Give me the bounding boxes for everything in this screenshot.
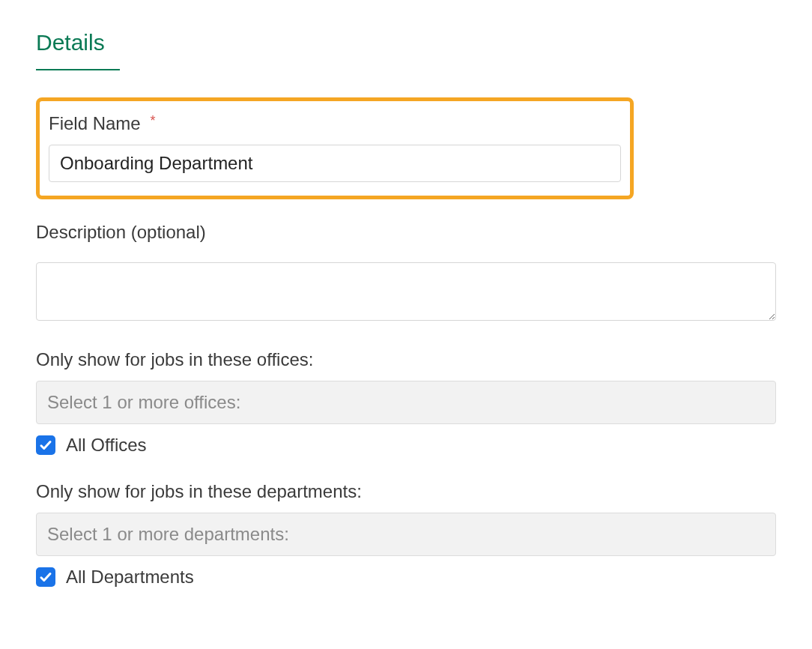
description-field-group: Description (optional)	[36, 222, 776, 324]
all-offices-checkbox[interactable]	[36, 435, 55, 455]
offices-field-group: Only show for jobs in these offices: Sel…	[36, 349, 776, 456]
all-departments-checkbox[interactable]	[36, 567, 55, 587]
check-icon	[39, 438, 52, 452]
required-asterisk-icon: *	[150, 113, 155, 128]
departments-field-group: Only show for jobs in these departments:…	[36, 481, 776, 588]
field-name-input[interactable]	[49, 145, 621, 182]
description-textarea[interactable]	[36, 262, 776, 321]
offices-label: Only show for jobs in these offices:	[36, 349, 776, 370]
all-offices-checkbox-row: All Offices	[36, 435, 776, 456]
section-title: Details	[36, 30, 776, 55]
departments-select[interactable]: Select 1 or more departments:	[36, 513, 776, 556]
all-offices-checkbox-label[interactable]: All Offices	[66, 435, 147, 456]
offices-select[interactable]: Select 1 or more offices:	[36, 381, 776, 424]
field-name-label: Field Name *	[49, 113, 621, 134]
title-underline	[36, 69, 120, 70]
description-label: Description (optional)	[36, 222, 776, 243]
departments-label: Only show for jobs in these departments:	[36, 481, 776, 502]
field-name-label-text: Field Name	[49, 113, 141, 133]
all-departments-checkbox-label[interactable]: All Departments	[66, 567, 194, 588]
check-icon	[39, 570, 52, 584]
field-name-highlight-box: Field Name *	[36, 97, 634, 199]
all-departments-checkbox-row: All Departments	[36, 567, 776, 588]
